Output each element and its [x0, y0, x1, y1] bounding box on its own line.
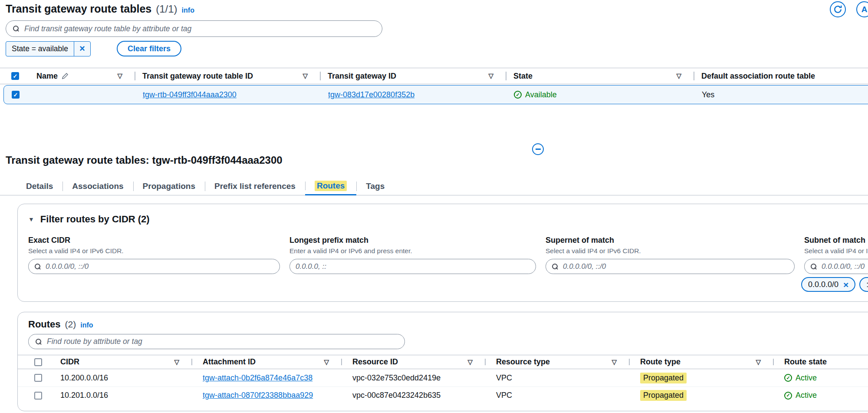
filter-fields-row: Exact CIDR Select a valid IP4 or IPv6 CI… — [28, 236, 868, 274]
column-header-state-label: State — [513, 72, 533, 81]
select-all-checkbox[interactable]: ✓ — [11, 72, 19, 80]
attachment-id-cell: tgw-attach-0b2f6a874e46a7c38 — [191, 373, 341, 383]
cidr-token-remove-icon[interactable]: × — [843, 280, 848, 289]
subnet-input[interactable] — [822, 262, 868, 271]
field-label: Supernet of match — [546, 236, 795, 245]
resource-id-cell: vpc-032e753c0edd2419e — [341, 373, 485, 383]
column-header-resource-type[interactable]: Resource type ▽ — [485, 355, 629, 369]
column-header-default-association-label: Default association route table — [701, 72, 815, 81]
detail-tabs: Details Associations Propagations Prefix… — [0, 178, 868, 195]
column-header-transit-gateway-id-label: Transit gateway ID — [328, 72, 396, 81]
search-icon — [34, 263, 41, 270]
sort-icon[interactable]: ▽ — [174, 358, 179, 366]
exact-cidr-field: Exact CIDR Select a valid IP4 or IPv6 CI… — [28, 236, 280, 274]
sort-icon[interactable]: ▽ — [467, 358, 473, 366]
header-checkbox-cell: ✓ — [0, 68, 29, 84]
sort-icon[interactable]: ▽ — [676, 72, 681, 80]
transit-gateway-id-link[interactable]: tgw-083d17e00280f352b — [328, 90, 414, 99]
actions-circle-button[interactable]: A — [856, 1, 868, 17]
tgw-search-input[interactable] — [24, 24, 375, 33]
supernet-field: Supernet of match Select a valid IP4 or … — [546, 236, 795, 274]
filter-routes-panel: ▼ Filter routes by CIDR (2) Exact CIDR S… — [17, 204, 868, 302]
tab-propagations[interactable]: Propagations — [133, 178, 205, 195]
resource-id-cell: vpc-00c87e0423242b635 — [341, 391, 485, 400]
field-label: Exact CIDR — [28, 236, 280, 245]
attachment-id-link[interactable]: tgw-attach-0870f23388bbaa929 — [203, 391, 313, 400]
field-help: Select a valid IP4 or IPv6 CIDR. — [546, 247, 795, 255]
column-header-cidr[interactable]: CIDR ▽ — [50, 355, 191, 369]
routes-panel: Routes (2) info CIDR ▽ Attachment ID ▽ R… — [17, 312, 868, 411]
sort-icon[interactable]: ▽ — [488, 72, 493, 80]
field-help: Select a valid IP4 or IPv6 CIDR. — [804, 247, 868, 255]
column-header-transit-gateway-id[interactable]: Transit gateway ID ▽ — [320, 68, 506, 84]
routes-search-input[interactable] — [47, 337, 398, 346]
success-check-icon: ✓ — [784, 374, 792, 382]
caret-down-icon: ▼ — [28, 216, 34, 223]
cidr-cell: 10.201.0.0/16 — [50, 391, 191, 400]
header-checkbox-cell — [28, 355, 50, 369]
cidr-token: ::/0 × — [859, 277, 868, 292]
search-icon — [35, 338, 42, 345]
tab-associations[interactable]: Associations — [62, 178, 133, 195]
cidr-cell: 10.200.0.0/16 — [50, 373, 191, 383]
route-state-cell: ✓ Active — [773, 373, 868, 383]
sort-icon[interactable]: ▽ — [612, 358, 617, 366]
column-header-resource-id-label: Resource ID — [352, 357, 398, 367]
column-header-route-table-id-label: Transit gateway route table ID — [142, 72, 253, 81]
column-header-state[interactable]: State ▽ — [506, 68, 694, 84]
route-table-id-link[interactable]: tgw-rtb-049ff3f044aaa2300 — [143, 90, 237, 99]
info-link[interactable]: info — [182, 7, 194, 14]
cidr-token-list: 0.0.0.0/0 × ::/0 × — [801, 277, 868, 292]
field-help: Enter a valid IP4 or IPv6 and press ente… — [289, 247, 536, 255]
column-header-attachment-id[interactable]: Attachment ID ▽ — [191, 355, 341, 369]
filter-token-remove-icon[interactable]: × — [74, 42, 90, 56]
tab-tags[interactable]: Tags — [356, 178, 394, 195]
row-checkbox-cell: ✓ — [4, 91, 29, 99]
clear-filters-button[interactable]: Clear filters — [117, 41, 181, 56]
row-checkbox[interactable]: ✓ — [12, 91, 20, 99]
column-header-route-type[interactable]: Route type ▽ — [629, 355, 773, 369]
row-checkbox[interactable] — [34, 374, 42, 382]
sort-icon[interactable]: ▽ — [302, 72, 308, 80]
sort-icon[interactable]: ▽ — [756, 358, 761, 366]
transit-gateway-id-cell: tgw-083d17e00280f352b — [320, 90, 506, 99]
column-header-resource-id[interactable]: Resource ID ▽ — [341, 355, 485, 369]
refresh-button[interactable] — [830, 1, 846, 17]
info-link[interactable]: info — [80, 321, 93, 329]
routes-table-header: CIDR ▽ Attachment ID ▽ Resource ID ▽ Res… — [18, 355, 868, 369]
resource-type-cell: VPC — [485, 373, 629, 383]
row-checkbox-cell — [28, 374, 50, 382]
page-title: Transit gateway route tables — [6, 3, 151, 15]
select-all-checkbox[interactable] — [34, 358, 42, 366]
table-row[interactable]: 10.200.0.0/16 tgw-attach-0b2f6a874e46a7c… — [18, 369, 868, 387]
longest-prefix-input[interactable] — [296, 262, 530, 271]
success-check-icon: ✓ — [784, 392, 792, 400]
table-row[interactable]: 10.201.0.0/16 tgw-attach-0870f23388bbaa9… — [18, 387, 868, 404]
sort-icon[interactable]: ▽ — [117, 72, 122, 80]
filter-routes-expander[interactable]: ▼ Filter routes by CIDR (2) — [28, 214, 868, 225]
tgw-search — [6, 20, 382, 37]
filter-token-label: State = available — [6, 42, 74, 56]
row-checkbox[interactable] — [34, 392, 42, 400]
column-header-route-state[interactable]: Route state — [773, 355, 868, 369]
column-header-default-association[interactable]: Default association route table — [694, 68, 868, 84]
state-cell: ✓ Available — [506, 90, 694, 99]
route-table-id-cell: tgw-rtb-049ff3f044aaa2300 — [135, 90, 320, 99]
tab-prefix-list-references[interactable]: Prefix list references — [205, 178, 305, 195]
routes-header: Routes (2) info — [18, 312, 868, 330]
exact-cidr-input[interactable] — [46, 262, 274, 271]
route-state-label: Active — [796, 391, 817, 400]
attachment-id-link[interactable]: tgw-attach-0b2f6a874e46a7c38 — [203, 373, 312, 383]
supernet-input[interactable] — [563, 262, 789, 271]
routes-count: (2) — [65, 319, 76, 330]
column-header-name[interactable]: Name ▽ — [29, 68, 135, 84]
routes-title: Routes — [28, 319, 61, 330]
tab-details[interactable]: Details — [16, 178, 62, 195]
column-header-route-table-id[interactable]: Transit gateway route table ID ▽ — [135, 68, 320, 84]
edit-name-icon[interactable] — [62, 73, 68, 79]
split-panel-collapse-handle[interactable] — [532, 143, 544, 155]
tab-routes[interactable]: Routes — [305, 178, 356, 195]
table-row[interactable]: ✓ tgw-rtb-049ff3f044aaa2300 tgw-083d17e0… — [3, 85, 868, 104]
sort-icon[interactable]: ▽ — [324, 358, 329, 366]
search-icon — [13, 25, 20, 32]
